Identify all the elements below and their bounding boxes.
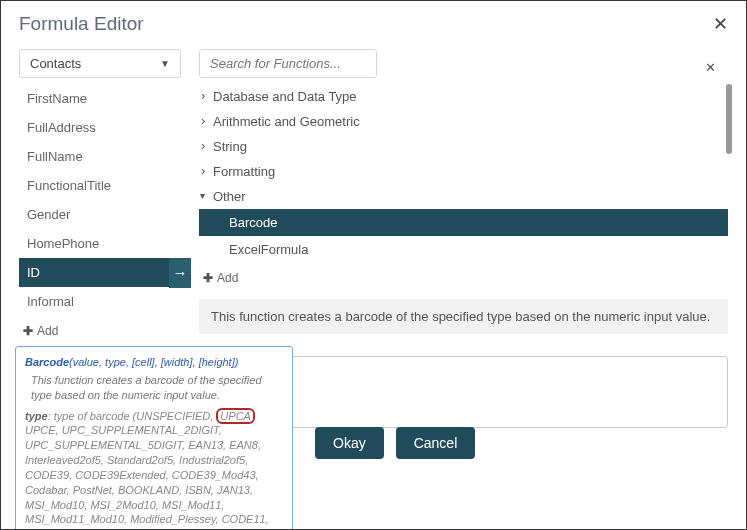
field-item[interactable]: FullName xyxy=(19,142,189,171)
tooltip-description: This function creates a barcode of the s… xyxy=(25,373,283,403)
add-function-button[interactable]: ✚Add xyxy=(199,263,728,293)
plus-icon: ✚ xyxy=(203,271,213,285)
function-category-other[interactable]: Other xyxy=(199,184,728,209)
field-item[interactable]: HomePhone xyxy=(19,229,189,258)
tooltip-signature: Barcode(value, type, [cell], [width], [h… xyxy=(25,355,283,370)
okay-button[interactable]: Okay xyxy=(315,427,384,459)
close-icon[interactable]: ✕ xyxy=(713,13,728,35)
tooltip: Barcode(value, type, [cell], [width], [h… xyxy=(15,346,293,530)
field-item[interactable]: FullAddress xyxy=(19,113,189,142)
field-item[interactable]: Informal xyxy=(19,287,189,316)
dialog-title: Formula Editor xyxy=(19,13,144,35)
field-item[interactable]: Gender xyxy=(19,200,189,229)
field-item[interactable]: FirstName xyxy=(19,84,189,113)
function-category[interactable]: Database and Data Type xyxy=(199,84,728,109)
function-category[interactable]: String xyxy=(199,134,728,159)
function-description: This function creates a barcode of the s… xyxy=(199,299,728,334)
source-select[interactable]: Contacts ▼ xyxy=(19,49,181,78)
functions-panel: ✕ Database and Data Type Arithmetic and … xyxy=(199,84,728,346)
fields-list: FirstName FullAddress FullName Functiona… xyxy=(19,84,189,346)
function-category[interactable]: Formatting xyxy=(199,159,728,184)
source-select-value: Contacts xyxy=(30,56,81,71)
function-item-barcode[interactable]: Barcode xyxy=(199,209,728,236)
cancel-button[interactable]: Cancel xyxy=(396,427,476,459)
caret-down-icon: ▼ xyxy=(160,58,170,69)
field-item[interactable]: FunctionalTitle xyxy=(19,171,189,200)
highlight-ring: UPCA xyxy=(216,408,255,424)
function-search[interactable] xyxy=(199,49,377,78)
clear-search-icon[interactable]: ✕ xyxy=(705,60,716,75)
add-field-button[interactable]: ✚Add xyxy=(19,316,189,346)
search-input[interactable] xyxy=(210,56,366,71)
field-item-selected[interactable]: ID → xyxy=(19,258,189,287)
insert-arrow-icon[interactable]: → xyxy=(169,258,191,288)
tooltip-param: type: type of barcode (UNSPECIFIED, UPCA… xyxy=(25,409,283,530)
function-item-excelformula[interactable]: ExcelFormula xyxy=(199,236,728,263)
function-category[interactable]: Arithmetic and Geometric xyxy=(199,109,728,134)
plus-icon: ✚ xyxy=(23,324,33,338)
